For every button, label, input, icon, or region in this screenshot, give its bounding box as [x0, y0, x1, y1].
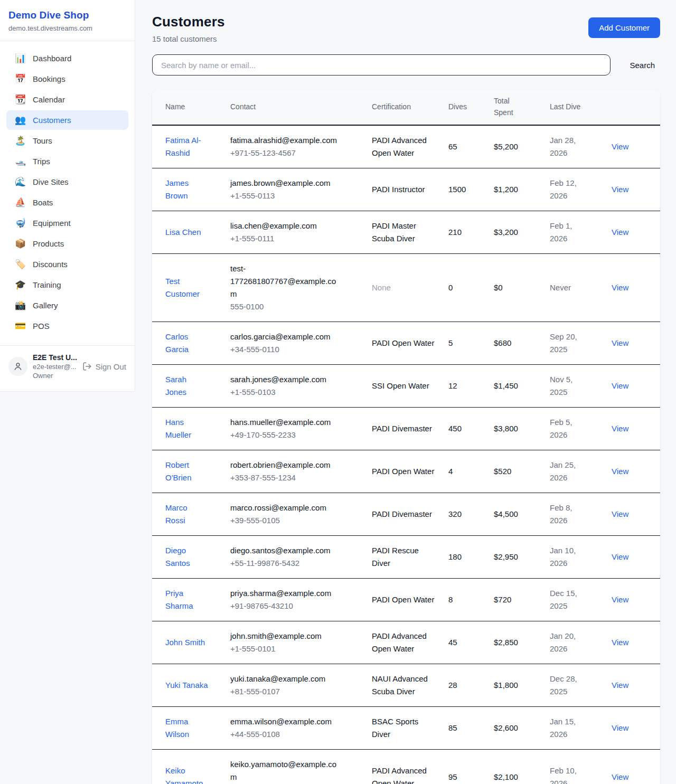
customer-email: hans.mueller@example.com	[230, 416, 342, 429]
sidebar-item-training[interactable]: 🎓 Training	[6, 275, 128, 295]
customer-certification: PADI Advanced Open Water	[372, 750, 448, 784]
sidebar-item-label: Tours	[33, 136, 52, 145]
customer-name-link[interactable]: Keiko Yamamoto	[165, 766, 203, 784]
sidebar-item-boats[interactable]: ⛵ Boats	[6, 193, 128, 212]
sidebar-item-label: Equipment	[33, 219, 71, 228]
view-link[interactable]: View	[612, 467, 628, 476]
view-link[interactable]: View	[612, 723, 628, 732]
customer-email: robert.obrien@example.com	[230, 459, 342, 471]
view-link[interactable]: View	[612, 681, 628, 689]
sidebar-item-pos[interactable]: 💳 POS	[6, 316, 128, 336]
customer-total-spent: $3,200	[494, 211, 550, 254]
customer-dives: 8	[448, 579, 494, 621]
customer-name-link[interactable]: Diego Santos	[165, 546, 190, 568]
sidebar-item-trips[interactable]: 🛥️ Trips	[6, 152, 128, 171]
view-link[interactable]: View	[612, 283, 628, 292]
tear-off-calendar-icon: 📆	[15, 95, 25, 104]
sidebar-item-label: Bookings	[33, 74, 65, 83]
customer-name-link[interactable]: Fatima Al-Rashid	[165, 136, 201, 157]
customer-dives: 85	[448, 707, 494, 750]
table-row: John Smith john.smith@example.com +1-555…	[152, 621, 660, 664]
sidebar-item-tours[interactable]: 🏝️ Tours	[6, 131, 128, 150]
customer-name-link[interactable]: Priya Sharma	[165, 589, 193, 610]
table-row: Emma Wilson emma.wilson@example.com +44-…	[152, 707, 660, 750]
diving-mask-icon: 🤿	[15, 219, 25, 228]
add-customer-button[interactable]: Add Customer	[588, 17, 660, 38]
sidebar-item-label: Customers	[33, 116, 71, 125]
customer-last-dive: Never	[550, 254, 612, 322]
customer-name-link[interactable]: Carlos Garcia	[165, 332, 189, 354]
table-row: Diego Santos diego.santos@example.com +5…	[152, 536, 660, 579]
view-link[interactable]: View	[612, 509, 628, 518]
sidebar-item-dive-sites[interactable]: 🌊 Dive Sites	[6, 172, 128, 192]
sailboat-icon: ⛵	[15, 198, 25, 207]
customer-total-spent: $5,200	[494, 125, 550, 168]
customer-dives: 1500	[448, 168, 494, 211]
table-header-row: Name Contact Certification Dives Total S…	[152, 89, 660, 125]
view-link[interactable]: View	[612, 185, 628, 194]
sidebar: Demo Dive Shop demo.test.divestreams.com…	[0, 0, 135, 392]
customer-dives: 4	[448, 450, 494, 493]
sidebar-item-products[interactable]: 📦 Products	[6, 234, 128, 253]
customer-name-link[interactable]: Lisa Chen	[165, 228, 201, 237]
customer-name-link[interactable]: Marco Rossi	[165, 503, 187, 525]
view-link[interactable]: View	[612, 595, 628, 604]
customer-total-spent: $2,950	[494, 536, 550, 579]
sidebar-item-customers[interactable]: 👥 Customers	[6, 110, 128, 130]
customer-name-link[interactable]: Hans Mueller	[165, 418, 191, 439]
search-input[interactable]	[152, 54, 611, 75]
user-role: Owner	[33, 372, 77, 380]
customer-phone: +39-555-0105	[230, 514, 342, 527]
view-link[interactable]: View	[612, 381, 628, 390]
customer-name-link[interactable]: Yuki Tanaka	[165, 681, 208, 689]
customer-certification: PADI Advanced Open Water	[372, 125, 448, 168]
view-link[interactable]: View	[612, 228, 628, 237]
sidebar-item-label: Trips	[33, 157, 50, 166]
user-meta: E2E Test U... e2e-tester@... Owner	[33, 353, 77, 380]
column-header-name: Name	[152, 89, 230, 125]
island-icon: 🏝️	[15, 136, 25, 145]
customer-certification: NAUI Advanced Scuba Diver	[372, 664, 448, 707]
customer-name-link[interactable]: James Brown	[165, 178, 189, 200]
view-link[interactable]: View	[612, 552, 628, 561]
customer-name-link[interactable]: John Smith	[165, 638, 205, 647]
customer-last-dive: Sep 20, 2025	[550, 322, 612, 365]
sidebar-item-bookings[interactable]: 📅 Bookings	[6, 69, 128, 89]
customer-name-link[interactable]: Test Customer	[165, 277, 200, 298]
view-link[interactable]: View	[612, 338, 628, 347]
sidebar-item-calendar[interactable]: 📆 Calendar	[6, 90, 128, 109]
sidebar-item-label: Products	[33, 239, 64, 248]
search-button[interactable]: Search	[624, 56, 660, 74]
column-header-total-spent: Total Spent	[494, 89, 550, 125]
customer-certification: None	[372, 254, 448, 322]
sign-out-label: Sign Out	[96, 362, 126, 371]
sidebar-item-discounts[interactable]: 🏷️ Discounts	[6, 254, 128, 274]
sidebar-item-label: Gallery	[33, 301, 58, 310]
sign-out-button[interactable]: Sign Out	[82, 362, 126, 371]
search-row: Search	[152, 54, 660, 75]
customer-last-dive: Feb 10, 2026	[550, 750, 612, 784]
view-link[interactable]: View	[612, 638, 628, 647]
table-row: Keiko Yamamoto keiko.yamamoto@example.co…	[152, 750, 660, 784]
customer-name-link[interactable]: Robert O'Brien	[165, 460, 192, 482]
customer-certification: PADI Open Water	[372, 579, 448, 621]
customer-dives: 0	[448, 254, 494, 322]
shop-header: Demo Dive Shop demo.test.divestreams.com	[0, 0, 135, 41]
customer-email: sarah.jones@example.com	[230, 373, 342, 386]
customer-certification: BSAC Sports Diver	[372, 707, 448, 750]
view-link[interactable]: View	[612, 142, 628, 151]
customer-name-link[interactable]: Emma Wilson	[165, 717, 189, 739]
customer-total-spent: $2,100	[494, 750, 550, 784]
package-icon: 📦	[15, 239, 25, 248]
customers-table: Name Contact Certification Dives Total S…	[152, 89, 660, 784]
view-link[interactable]: View	[612, 424, 628, 433]
sidebar-item-equipment[interactable]: 🤿 Equipment	[6, 213, 128, 233]
customer-phone: +34-555-0110	[230, 343, 342, 356]
sidebar-item-dashboard[interactable]: 📊 Dashboard	[6, 49, 128, 68]
customer-name-link[interactable]: Sarah Jones	[165, 375, 186, 396]
customer-total-spent: $1,450	[494, 365, 550, 408]
customer-certification: PADI Open Water	[372, 450, 448, 493]
view-link[interactable]: View	[612, 772, 628, 781]
customer-total-spent: $0	[494, 254, 550, 322]
sidebar-item-gallery[interactable]: 📸 Gallery	[6, 296, 128, 315]
